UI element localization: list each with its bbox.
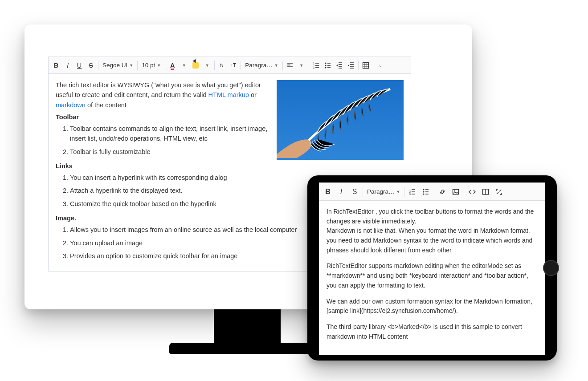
- html-markup-link[interactable]: HTML markup: [208, 91, 249, 98]
- toolbar-tablet: B I S Paragra… ▼ 123: [319, 183, 545, 201]
- expand-toolbar-button[interactable]: ⌄: [375, 59, 386, 72]
- paragraph-format-dropdown[interactable]: Paragra… ▼: [242, 59, 281, 72]
- image-button[interactable]: [449, 186, 462, 198]
- svg-point-10: [423, 189, 425, 190]
- ordered-list-button[interactable]: 123: [310, 59, 322, 72]
- svg-point-12: [423, 193, 425, 195]
- markdown-text-p1a: In RichTextEditor , you click the toolba…: [327, 207, 538, 226]
- toolbar-desktop: B I U S Segoe UI ▼ 10 pt ▼ A ▼ ▼ t↓ ↑T P…: [49, 57, 411, 74]
- strikethrough-button[interactable]: S: [85, 59, 97, 72]
- intro-post: of the content: [86, 101, 127, 109]
- font-color-button[interactable]: A: [167, 59, 178, 72]
- svg-text:3: 3: [409, 193, 411, 195]
- paragraph-label: Paragra…: [367, 188, 395, 195]
- tablet-home-button[interactable]: [543, 260, 559, 276]
- paragraph-label: Paragra…: [245, 62, 273, 69]
- table-button[interactable]: [360, 59, 372, 72]
- svg-point-4: [325, 65, 326, 66]
- svg-point-3: [325, 62, 326, 64]
- font-family-dropdown[interactable]: Segoe UI ▼: [100, 59, 136, 72]
- unordered-list-button[interactable]: [419, 186, 433, 198]
- feather-image: [277, 80, 404, 160]
- bold-button[interactable]: B: [321, 186, 335, 198]
- svg-point-11: [423, 191, 425, 192]
- tablet-frame: B I S Paragra… ▼ 123 In RichTextEditor ,…: [307, 175, 557, 361]
- indent-button[interactable]: [345, 59, 357, 72]
- editor-content-tablet[interactable]: In RichTextEditor , you click the toolba…: [319, 201, 545, 355]
- svg-point-14: [454, 190, 455, 191]
- font-size-dropdown[interactable]: 10 pt ▼: [139, 59, 163, 72]
- underline-button[interactable]: U: [74, 59, 85, 72]
- italic-button[interactable]: I: [62, 59, 74, 72]
- markdown-text-p2: RichTextEditor supports markdown editing…: [327, 261, 538, 290]
- ordered-list-button[interactable]: 123: [406, 186, 419, 198]
- align-dropdown[interactable]: ▼: [296, 59, 307, 72]
- font-family-label: Segoe UI: [102, 62, 127, 69]
- unordered-list-button[interactable]: [322, 59, 334, 72]
- rich-text-editor-tablet: B I S Paragra… ▼ 123 In RichTextEditor ,…: [319, 182, 545, 355]
- svg-text:3: 3: [313, 66, 314, 69]
- split-view-button[interactable]: [479, 186, 492, 198]
- monitor-stand-neck: [214, 308, 281, 346]
- lowercase-button[interactable]: t↓: [216, 59, 228, 72]
- monitor-stand-base: [169, 343, 325, 354]
- outdent-button[interactable]: [334, 59, 345, 72]
- fullscreen-button[interactable]: [492, 186, 506, 198]
- background-color-button[interactable]: [190, 59, 201, 72]
- paragraph-format-dropdown[interactable]: Paragra… ▼: [364, 186, 403, 198]
- list-item: Toolbar contains commands to align the t…: [70, 122, 279, 146]
- uppercase-button[interactable]: ↑T: [228, 59, 239, 72]
- svg-rect-6: [363, 62, 368, 68]
- markdown-text-p4: The third-party library <b>Marked</b> is…: [327, 322, 538, 341]
- heading-links: Links: [56, 162, 404, 170]
- markdown-text-p3: We can add our own custom formation synt…: [327, 297, 538, 316]
- intro-mid: or: [249, 91, 257, 98]
- align-button[interactable]: [284, 59, 296, 72]
- markdown-text-p1b: Markdown is not like that. When you form…: [327, 226, 538, 255]
- tablet-screen: B I S Paragra… ▼ 123 In RichTextEditor ,…: [319, 182, 545, 353]
- markdown-link[interactable]: markdown: [56, 101, 86, 109]
- svg-point-5: [325, 67, 326, 68]
- font-size-label: 10 pt: [142, 62, 155, 69]
- background-color-dropdown[interactable]: ▼: [201, 59, 213, 72]
- svg-rect-13: [453, 189, 459, 194]
- strikethrough-button[interactable]: S: [348, 186, 361, 198]
- link-button[interactable]: [436, 186, 449, 198]
- bold-button[interactable]: B: [50, 59, 62, 72]
- font-color-dropdown[interactable]: ▼: [178, 59, 190, 72]
- italic-button[interactable]: I: [335, 186, 348, 198]
- code-view-button[interactable]: [466, 186, 479, 198]
